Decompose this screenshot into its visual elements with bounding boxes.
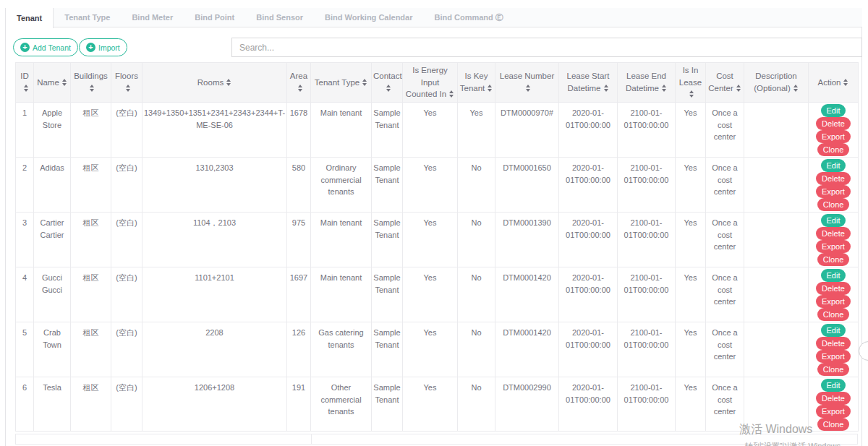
cell-lease_number: DTM0001390	[495, 213, 559, 267]
column-label: Contact	[373, 72, 402, 80]
column-header-name[interactable]: Name	[34, 63, 71, 103]
sort-icon[interactable]	[386, 85, 391, 92]
cell-cost_center: Once a cost center	[706, 267, 744, 322]
clone-button[interactable]: Clone	[817, 363, 850, 376]
column-header-lease_number[interactable]: Lease Number	[495, 63, 559, 103]
delete-button[interactable]: Delete	[816, 227, 851, 240]
tab-bind-point[interactable]: Bind Point	[184, 8, 245, 27]
cell-id: 2	[16, 158, 34, 213]
column-header-tenant_type[interactable]: Tenant Type	[311, 63, 372, 103]
sort-icon[interactable]	[362, 79, 367, 86]
cell-lease_number: DTM0001650	[495, 158, 559, 213]
cell-is_in_lease: Yes	[676, 158, 706, 213]
column-header-lease_end_datetime[interactable]: Lease End Datetime	[618, 63, 676, 103]
sort-icon[interactable]	[24, 85, 29, 92]
edit-button[interactable]: Edit	[821, 104, 846, 117]
column-header-action[interactable]: Action	[809, 63, 859, 103]
sort-icon[interactable]	[793, 85, 799, 92]
add-tenant-button[interactable]: + Add Tenant	[13, 38, 78, 56]
column-header-floors[interactable]: Floors	[111, 63, 142, 103]
cell-name: Apple Store	[34, 103, 71, 158]
column-header-is_energy_input_counted_in[interactable]: Is Energy Input Counted In	[403, 63, 458, 103]
delete-button[interactable]: Delete	[816, 117, 851, 130]
edit-button[interactable]: Edit	[821, 159, 846, 172]
column-header-is_key_tenant[interactable]: Is Key Tenant	[458, 63, 495, 103]
sort-icon[interactable]	[449, 90, 454, 98]
column-header-area[interactable]: Area	[287, 63, 311, 103]
sort-icon[interactable]	[526, 85, 531, 92]
column-header-contact[interactable]: Contact	[372, 63, 403, 103]
export-button[interactable]: Export	[816, 405, 851, 418]
column-header-id[interactable]: ID	[16, 63, 34, 103]
cell-is_energy_input_counted_in: Yes	[403, 377, 458, 432]
cell-buildings: 租区	[71, 158, 111, 213]
sort-icon[interactable]	[126, 85, 131, 92]
search-input[interactable]	[231, 38, 862, 57]
column-label: Description (Optional)	[754, 72, 797, 93]
sort-icon[interactable]	[662, 85, 667, 92]
clone-button[interactable]: Clone	[817, 418, 850, 431]
export-button[interactable]: Export	[816, 185, 851, 198]
sort-icon[interactable]	[90, 85, 95, 92]
clone-button[interactable]: Clone	[817, 198, 850, 211]
export-button[interactable]: Export	[816, 130, 851, 143]
cell-lease_start_datetime: 2020-01-01T00:00:00	[559, 377, 618, 432]
cell-is_key_tenant: No	[458, 158, 495, 213]
cell-description	[744, 267, 809, 322]
cell-id: 5	[16, 322, 34, 377]
sort-icon[interactable]	[736, 85, 741, 92]
delete-button[interactable]: Delete	[816, 282, 851, 295]
column-header-cost_center[interactable]: Cost Center	[706, 63, 744, 103]
edit-button[interactable]: Edit	[821, 269, 846, 282]
sort-icon[interactable]	[488, 85, 493, 92]
column-label: Lease Number	[500, 72, 554, 80]
cell-is_key_tenant: No	[458, 377, 495, 432]
tab-bind-command[interactable]: Bind Command Ⓔ	[423, 8, 514, 27]
column-header-description[interactable]: Description (Optional)	[744, 63, 809, 103]
edit-button[interactable]: Edit	[821, 214, 846, 227]
cell-tenant_type: Gas catering tenants	[311, 322, 372, 377]
import-button[interactable]: + Import	[79, 38, 127, 56]
clone-button[interactable]: Clone	[817, 143, 850, 156]
column-header-is_in_lease[interactable]: Is In Lease	[676, 63, 706, 103]
cell-lease_end_datetime: 2100-01-01T00:00:00	[618, 213, 676, 267]
tab-tenant[interactable]: Tenant	[6, 8, 54, 28]
cell-contact: Sample Tenant	[372, 158, 403, 213]
column-label: Name	[37, 78, 59, 87]
export-button[interactable]: Export	[816, 240, 851, 253]
cell-rooms: 1206+1208	[142, 377, 287, 432]
sort-icon[interactable]	[843, 79, 848, 86]
export-button[interactable]: Export	[816, 295, 851, 308]
sort-icon[interactable]	[226, 79, 231, 86]
column-label: Area	[290, 72, 307, 80]
clone-button[interactable]: Clone	[817, 253, 850, 266]
tab-tenant-type[interactable]: Tenant Type	[54, 8, 121, 27]
edit-button[interactable]: Edit	[821, 379, 846, 392]
cell-description	[744, 158, 809, 213]
cell-area: 580	[287, 158, 311, 213]
delete-button[interactable]: Delete	[816, 337, 851, 350]
export-button[interactable]: Export	[816, 350, 851, 363]
delete-button[interactable]: Delete	[816, 392, 851, 405]
sort-icon[interactable]	[62, 79, 67, 86]
cell-lease_end_datetime: 2100-01-01T00:00:00	[618, 158, 676, 213]
tab-bar: TenantTenant TypeBind MeterBind PointBin…	[6, 8, 862, 27]
edit-button[interactable]: Edit	[821, 324, 846, 337]
delete-button[interactable]: Delete	[816, 172, 851, 185]
column-header-buildings[interactable]: Buildings	[71, 63, 111, 103]
sort-icon[interactable]	[604, 85, 609, 92]
cell-buildings: 租区	[71, 103, 111, 158]
sort-icon[interactable]	[298, 85, 303, 92]
tab-bind-working-calendar[interactable]: Bind Working Calendar	[314, 8, 423, 27]
column-header-rooms[interactable]: Rooms	[142, 63, 287, 103]
cell-id: 3	[16, 213, 34, 267]
cell-area: 975	[287, 213, 311, 267]
tab-bind-meter[interactable]: Bind Meter	[121, 8, 184, 27]
sort-icon[interactable]	[689, 90, 694, 98]
clone-button[interactable]: Clone	[817, 308, 850, 321]
cell-is_key_tenant: Yes	[458, 103, 495, 158]
column-header-lease_start_datetime[interactable]: Lease Start Datetime	[559, 63, 618, 103]
column-label: Cost Center	[708, 72, 733, 93]
tab-bind-sensor[interactable]: Bind Sensor	[245, 8, 314, 27]
cell-is_in_lease: Yes	[676, 267, 706, 322]
